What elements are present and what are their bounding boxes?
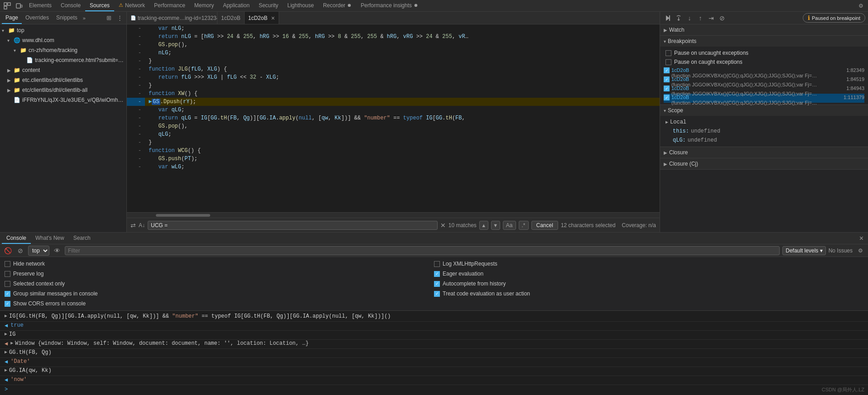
step-over-button[interactable] <box>674 13 684 23</box>
search-toggle-icon[interactable]: ⇄ <box>130 222 136 229</box>
pause-uncaught-row[interactable]: Pause on uncaught exceptions <box>664 48 864 57</box>
show-drawer-button[interactable]: ⊘ <box>15 246 25 256</box>
bp-checkbox-2[interactable] <box>664 86 670 91</box>
regex-button[interactable]: .* <box>519 221 529 230</box>
tab-memory[interactable]: Memory <box>190 0 218 11</box>
pause-caught-row[interactable]: Pause on caught exceptions <box>664 57 864 67</box>
resume-button[interactable] <box>663 13 673 23</box>
layout-icon[interactable]: ⊞ <box>104 13 114 23</box>
file-tab-1cd2ob-2[interactable]: 1cD2oB × <box>245 12 279 24</box>
subtab-snippets[interactable]: Snippets <box>53 12 81 24</box>
tab-performance[interactable]: Performance <box>149 0 190 11</box>
autocomplete-checkbox[interactable] <box>434 281 440 287</box>
console-output[interactable]: ▶ IG[GG.tH(FB, Qg)][GG.IA.apply(null, [q… <box>0 311 868 395</box>
selected-context-checkbox[interactable] <box>5 281 10 287</box>
console-line-4[interactable]: ▶ GG.tH(FB, Qg) <box>0 349 868 358</box>
closure-header[interactable]: ▶ Closure <box>660 147 868 158</box>
scope-local[interactable]: ▶ Local <box>664 118 864 127</box>
clear-console-button[interactable]: 🚫 <box>3 246 13 256</box>
console-line-0[interactable]: ▶ IG[GG.tH(FB, Qg)][GG.IA.apply(null, [q… <box>0 313 868 322</box>
deactivate-breakpoints-button[interactable]: ⊘ <box>717 13 727 23</box>
bp-checkbox-3[interactable] <box>664 95 670 100</box>
console-line-2[interactable]: ▶ IG <box>0 331 868 340</box>
more-tabs-button[interactable]: » <box>81 15 87 21</box>
bp-checkbox-1[interactable] <box>664 76 670 82</box>
subtab-overrides[interactable]: Overrides <box>22 12 53 24</box>
scope-header[interactable]: ▾ Scope <box>660 105 868 116</box>
clear-search-icon[interactable]: ✕ <box>440 222 446 229</box>
log-xmlhttp-checkbox[interactable] <box>434 261 440 267</box>
console-tab-whatsnew[interactable]: What's New <box>31 233 69 244</box>
show-cors-checkbox[interactable] <box>5 301 10 307</box>
console-settings-icon[interactable]: ⚙ <box>855 246 865 256</box>
bp-checkbox-0[interactable] <box>664 67 670 73</box>
group-similar-checkbox[interactable] <box>5 291 10 297</box>
console-tab-search[interactable]: Search <box>69 233 95 244</box>
tree-item-top[interactable]: ▾ 📁 top <box>0 25 126 35</box>
next-match-button[interactable]: ▼ <box>491 221 500 230</box>
console-line-3[interactable]: ◀ ▶ Window {window: Window, self: Window… <box>0 340 868 349</box>
step-button[interactable]: ⇥ <box>706 13 716 23</box>
pause-caught-checkbox[interactable] <box>665 59 671 65</box>
search-input[interactable] <box>148 221 438 230</box>
default-levels-button[interactable]: Default levels ▾ <box>782 246 825 255</box>
tab-lighthouse[interactable]: Lighthouse <box>283 0 318 11</box>
console-line-1[interactable]: ◀ true <box>0 322 868 331</box>
eye-icon[interactable]: 👁 <box>52 246 62 256</box>
bp-item-0[interactable]: 1cD2oB (function JGGOIKVBXx(){CG();qJG()… <box>664 67 864 76</box>
prev-match-button[interactable]: ▲ <box>479 221 488 230</box>
case-sensitive-button[interactable]: Aa <box>503 221 516 230</box>
subtab-page[interactable]: Page <box>2 12 22 24</box>
code-lines[interactable]: - var nLG; - return nLG = [hRG >> 24 & 2… <box>127 24 660 212</box>
console-line-6[interactable]: ▶ GG.IA(qw, Kk) <box>0 367 868 376</box>
bp-item-1[interactable]: 1cD2oB (function JGGOIKVBXx(){CG();qJG()… <box>664 76 864 85</box>
hide-network-checkbox[interactable] <box>5 261 10 267</box>
treat-code-checkbox[interactable] <box>434 291 440 297</box>
breakpoints-header[interactable]: ▾ Breakpoints <box>660 36 868 47</box>
tree-item-tracking-html[interactable]: 📄 tracking-ecommerce.html?submit=1&trac… <box>0 55 126 65</box>
tab-elements[interactable]: Elements <box>24 0 56 11</box>
tab-security[interactable]: Security <box>254 0 283 11</box>
tab-sources[interactable]: Sources <box>85 0 114 11</box>
file-tab-1cd2ob-1[interactable]: 1cD2oB <box>217 12 245 24</box>
tree-item-iff[interactable]: 📄 iFFRbYNL/qJX-3L/e3UE6_v/QB/wiOmhNcDp… <box>0 95 126 105</box>
file-tabs: 📄 tracking-ecomme…ing-id=1232343 1cD2oB … <box>127 12 660 24</box>
tab-recorder[interactable]: Recorder ⏺ <box>318 0 356 11</box>
preserve-log-checkbox[interactable] <box>5 271 10 277</box>
inspect-icon[interactable] <box>2 0 13 11</box>
watch-header[interactable]: ▶ Watch <box>660 24 868 35</box>
pause-uncaught-checkbox[interactable] <box>665 50 671 56</box>
console-filter-input[interactable] <box>65 246 780 255</box>
tree-item-clientlibs[interactable]: ▶ 📁 etc.clientlibs/dhl/clientlibs <box>0 75 126 85</box>
eager-eval-checkbox[interactable] <box>434 271 440 277</box>
scrollbar-thumb[interactable] <box>156 214 210 217</box>
device-toggle-icon[interactable] <box>14 0 24 11</box>
tree-item-clientlib-all[interactable]: ▶ 📁 etc/clientlibs/dhl/clientlib-all <box>0 85 126 95</box>
bp-item-3[interactable]: 1cD2oB (function JGGOIKVBXx(){CG();qJG()… <box>664 94 864 103</box>
horizontal-scrollbar[interactable] <box>127 212 660 218</box>
tree-item-tracking-path[interactable]: ▾ 📁 cn-zh/home/tracking <box>0 45 126 55</box>
context-selector[interactable]: top <box>28 246 49 256</box>
console-result: 'now' <box>10 376 863 383</box>
file-tab-tracking[interactable]: 📄 tracking-ecomme…ing-id=1232343 <box>127 12 217 24</box>
tab-close-icon[interactable]: × <box>271 14 275 22</box>
step-out-button[interactable]: ↑ <box>695 13 705 23</box>
console-tab-console[interactable]: Console <box>2 233 31 244</box>
console-line-5[interactable]: ◀ 'Date' <box>0 358 868 367</box>
breakpoints-label: Breakpoints <box>668 38 696 44</box>
tree-item-dhl[interactable]: ▾ 🌐 www.dhl.com <box>0 35 126 45</box>
cancel-search-button[interactable]: Cancel <box>531 221 558 230</box>
tab-perf-insights[interactable]: Performance insights ⏺ <box>356 0 423 11</box>
settings-icon[interactable]: ⚙ <box>855 0 866 11</box>
closure-cj-header[interactable]: ▶ Closure (Cj) <box>660 158 868 169</box>
bp-item-2[interactable]: 1cD2oB (function JGGOIKVBXx(){CG();qJG()… <box>664 85 864 94</box>
tab-application[interactable]: Application <box>218 0 254 11</box>
tab-console[interactable]: Console <box>56 0 85 11</box>
console-line-7[interactable]: ◀ 'now' <box>0 376 868 385</box>
tree-item-content[interactable]: ▶ 📁 content <box>0 65 126 75</box>
step-into-button[interactable]: ↓ <box>685 13 694 23</box>
tab-network[interactable]: ⚠ Network <box>114 0 149 11</box>
close-console-button[interactable]: × <box>857 234 866 243</box>
more-options-icon[interactable]: ⋮ <box>115 13 125 23</box>
console-cursor-row[interactable]: > <box>0 385 868 394</box>
